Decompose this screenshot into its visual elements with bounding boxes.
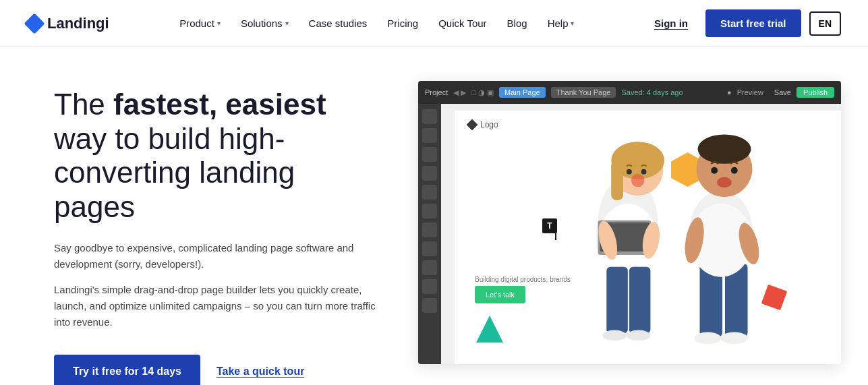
nav-item-pricing[interactable]: Pricing [379, 12, 426, 34]
nav-links: Product ▾ Solutions ▾ Case studies Prici… [171, 12, 582, 34]
tab-main-page[interactable]: Main Page [499, 87, 546, 98]
nav-item-blog[interactable]: Blog [499, 12, 536, 34]
nav-item-help[interactable]: Help ▾ [540, 12, 583, 34]
language-selector[interactable]: EN [809, 11, 841, 36]
editor-body: Logo T Building digital products, brands… [418, 104, 841, 364]
sidebar-icon-7[interactable] [422, 223, 437, 237]
quick-tour-button[interactable]: Take a quick tour [216, 365, 304, 378]
svg-point-16 [631, 174, 645, 187]
hero-title: The fastest, easiest way to build high-c… [54, 88, 378, 224]
nav-item-product[interactable]: Product ▾ [171, 12, 229, 34]
svg-point-29 [717, 177, 732, 188]
brand-name: Landingi [47, 15, 109, 32]
svg-rect-6 [611, 160, 623, 200]
editor-preview-label: ● [727, 88, 732, 96]
editor-project-label: Project [425, 88, 448, 96]
editor-publish-btn[interactable]: Publish [797, 87, 834, 98]
svg-rect-13 [629, 267, 651, 334]
hero-image: Project ◀ ▶ □ ◑ ▣ Main Page Thank You Pa… [418, 81, 841, 364]
free-trial-button[interactable]: Try it free for 14 days [54, 355, 200, 385]
svg-point-22 [721, 332, 747, 345]
svg-point-18 [641, 169, 647, 175]
sidebar-icon-11[interactable] [422, 298, 437, 313]
hero-description-2: Landingi's simple drag-and-drop page bui… [54, 282, 378, 330]
editor-canvas: Logo T Building digital products, brands… [441, 104, 841, 364]
svg-point-31 [731, 167, 738, 174]
tab-thank-you[interactable]: Thank You Page [551, 87, 616, 98]
nav-item-case-studies[interactable]: Case studies [301, 12, 376, 34]
svg-point-15 [627, 330, 651, 341]
sidebar-icon-6[interactable] [422, 204, 437, 218]
logo-diamond-icon [24, 13, 45, 34]
hero-content: The fastest, easiest way to build high-c… [54, 88, 378, 385]
svg-point-14 [602, 330, 627, 341]
people-illustration [455, 104, 841, 364]
editor-sidebar [418, 104, 441, 364]
sidebar-icon-3[interactable] [422, 147, 437, 162]
svg-rect-12 [606, 267, 628, 334]
hero-section: The fastest, easiest way to build high-c… [0, 47, 868, 385]
nav-item-solutions[interactable]: Solutions ▾ [233, 12, 297, 34]
hero-buttons: Try it free for 14 days Take a quick tou… [54, 355, 378, 385]
sidebar-icon-5[interactable] [422, 185, 437, 200]
toolbar-separator: ◀ ▶ [453, 88, 466, 97]
svg-point-17 [627, 169, 632, 175]
chevron-down-icon: ▾ [217, 20, 221, 27]
sidebar-icon-1[interactable] [422, 109, 437, 124]
editor-save-btn[interactable]: Save [774, 88, 791, 96]
svg-point-25 [698, 134, 751, 163]
sidebar-icon-10[interactable] [422, 279, 437, 294]
chevron-down-icon: ▾ [285, 20, 289, 27]
editor-preview: Project ◀ ▶ □ ◑ ▣ Main Page Thank You Pa… [418, 81, 841, 364]
start-trial-button[interactable]: Start free trial [705, 9, 801, 37]
svg-point-30 [711, 167, 718, 174]
editor-saved-label: Saved: 4 days ago [621, 88, 683, 96]
chevron-down-icon: ▾ [571, 20, 574, 27]
logo[interactable]: Landingi [27, 15, 109, 32]
svg-point-21 [695, 332, 721, 345]
canvas-content: Logo T Building digital products, brands… [455, 111, 841, 364]
toolbar-icons: □ ◑ ▣ [471, 88, 494, 97]
navbar: Landingi Product ▾ Solutions ▾ Case stud… [0, 0, 868, 47]
editor-preview-text[interactable]: Preview [737, 88, 763, 96]
sign-in-button[interactable]: Sign in [645, 12, 697, 34]
editor-toolbar: Project ◀ ▶ □ ◑ ▣ Main Page Thank You Pa… [418, 81, 841, 104]
sidebar-icon-8[interactable] [422, 241, 437, 256]
hero-description-1: Say goodbye to expensive, complicated la… [54, 240, 378, 272]
sidebar-icon-9[interactable] [422, 260, 437, 275]
nav-actions: Sign in Start free trial EN [645, 9, 841, 37]
nav-item-quick-tour[interactable]: Quick Tour [430, 12, 494, 34]
sidebar-icon-4[interactable] [422, 166, 437, 181]
sidebar-icon-2[interactable] [422, 128, 437, 143]
